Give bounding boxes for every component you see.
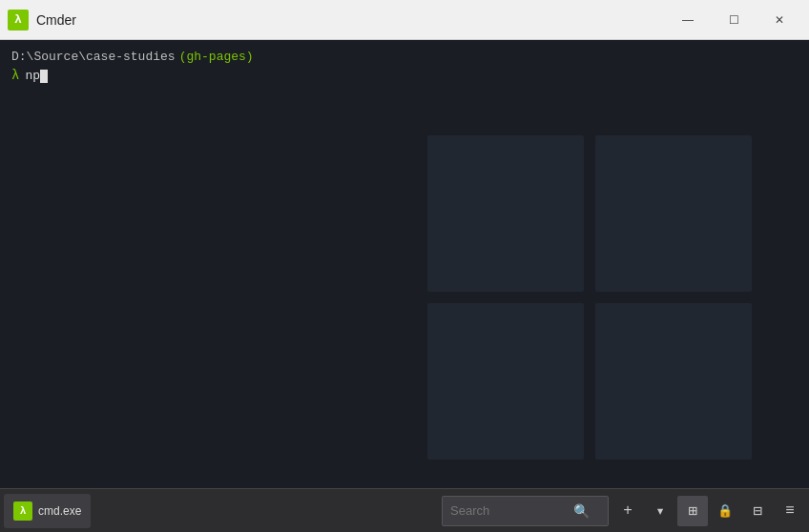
minimize-button[interactable]: — (666, 6, 710, 34)
taskbar-tab-cmd[interactable]: λ cmd.exe (4, 494, 91, 528)
taskbar: λ cmd.exe 🔍 + ▾ ⊞ 🔒 ⊟ ≡ (0, 488, 809, 532)
win-logo-q1 (427, 135, 584, 292)
search-button[interactable]: 🔍 (567, 497, 595, 525)
title-bar: λ Cmder — ☐ ✕ (0, 0, 809, 40)
win-logo-q3 (427, 303, 584, 460)
tab-icon: λ (13, 501, 32, 521)
panels-button[interactable]: ⊟ (742, 496, 773, 526)
close-button[interactable]: ✕ (757, 6, 801, 34)
terminal-area[interactable]: D:\Source\case-studies (gh-pages) λ np (0, 40, 809, 488)
dropdown-button[interactable]: ▾ (645, 496, 675, 526)
lambda-symbol: λ (11, 68, 19, 83)
windows-watermark (427, 135, 752, 460)
terminal-branch: (gh-pages) (179, 50, 254, 64)
search-box[interactable]: 🔍 (442, 496, 609, 526)
maximize-button[interactable]: ☐ (712, 6, 756, 34)
typed-command: np (25, 69, 48, 83)
win-logo-q4 (595, 303, 752, 460)
taskbar-right-icons: + ▾ ⊞ 🔒 ⊟ ≡ (612, 496, 805, 526)
new-tab-button[interactable]: + (612, 496, 643, 526)
title-bar-left: λ Cmder (8, 10, 76, 31)
prompt-path-line: D:\Source\case-studies (gh-pages) (11, 50, 798, 64)
cursor (40, 70, 48, 83)
app-icon: λ (8, 10, 29, 31)
command-text: np (25, 69, 40, 83)
window-controls: — ☐ ✕ (666, 6, 801, 34)
grid-layout-button[interactable]: ⊞ (677, 496, 708, 526)
terminal-path: D:\Source\case-studies (11, 50, 176, 64)
tab-label: cmd.exe (38, 504, 81, 518)
win-logo-q2 (595, 135, 752, 292)
lock-button[interactable]: 🔒 (710, 496, 740, 526)
menu-button[interactable]: ≡ (775, 496, 805, 526)
prompt-command-line: λ np (11, 66, 798, 83)
app-title: Cmder (36, 12, 76, 28)
search-input[interactable] (443, 503, 567, 518)
